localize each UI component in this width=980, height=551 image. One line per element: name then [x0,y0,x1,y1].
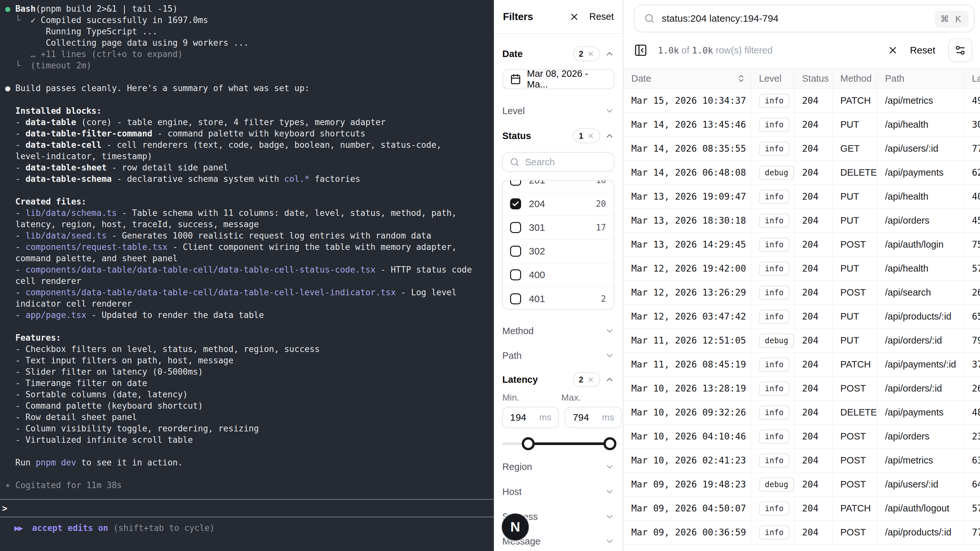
table-row[interactable]: Mar 11, 2026 08:45:19info204PATCH/api/pa… [624,353,980,377]
checkbox-unchecked[interactable] [510,246,521,257]
cell-level: info [751,281,794,304]
cell-latency: 64 [964,473,980,496]
cell-latency: 48 [964,401,980,424]
cell-path: /api/health [877,257,964,280]
chevron-up-icon[interactable] [605,375,614,384]
filter-section-host[interactable]: Host [502,484,614,499]
slider-min-handle[interactable] [522,437,535,450]
column-header-date[interactable]: Date [624,68,751,89]
nextjs-devtools-button[interactable]: N [502,513,529,541]
filter-section-level[interactable]: Level [502,104,614,118]
table-row[interactable]: Mar 14, 2026 08:35:55info204GET/api/user… [624,137,980,161]
table-row[interactable]: Mar 15, 2026 10:34:37info204PATCH/api/me… [624,89,980,113]
filter-section-path[interactable]: Path [502,349,614,363]
chevron-down-icon [605,537,614,546]
slider-max-handle[interactable] [603,437,616,450]
cell-date: Mar 13, 2026 14:29:45 [624,233,751,256]
table-row[interactable]: Mar 10, 2026 13:28:19info204POST/api/ord… [624,377,980,401]
filter-section-latency[interactable]: Latency 2 [502,373,614,387]
latency-min-label: Min. [502,392,555,403]
option-label: 201 [529,180,588,186]
table-row[interactable]: Mar 14, 2026 13:45:46info204PUT/api/heal… [624,113,980,137]
filter-section-date[interactable]: Date 2 [502,47,614,61]
level-badge: info [759,357,789,372]
filter-section-region[interactable]: Region [502,460,614,474]
cell-status: 204 [794,329,832,352]
close-icon[interactable] [569,12,579,22]
chevron-up-icon[interactable] [605,49,614,59]
clear-filter-icon[interactable] [587,132,594,139]
cell-level: debug [751,473,794,496]
terminal-line: - Column visibility toggle, reordering, … [5,423,494,434]
cell-status: 204 [794,497,832,520]
table-row[interactable]: Mar 14, 2026 06:48:08debug204DELETE/api/… [624,161,980,185]
table-row[interactable]: Mar 13, 2026 14:29:45info204POST/api/aut… [624,233,980,257]
table-row[interactable]: Mar 09, 2026 19:48:23debug204POST/api/us… [624,473,980,497]
table-row[interactable]: Mar 12, 2026 19:42:00info204PUT/api/heal… [624,257,980,281]
table-row[interactable]: Mar 12, 2026 13:26:29info204POST/api/sea… [624,281,980,305]
filters-reset-button[interactable]: Reset [589,11,614,22]
cell-method: PATCH [832,353,877,376]
table-search-input[interactable] [662,13,935,24]
cell-status: 204 [794,305,832,328]
cell-level: info [751,449,794,472]
status-option-301[interactable]: 30117 [503,216,614,239]
checkbox-unchecked[interactable] [510,180,521,186]
clear-filters-icon[interactable] [887,45,898,56]
table-row[interactable]: Mar 13, 2026 18:30:18info204PUT/api/orde… [624,209,980,233]
table-row[interactable]: Mar 11, 2026 12:51:05debug204PUT/api/ord… [624,329,980,353]
filter-section-status[interactable]: Status 1 [502,129,614,143]
status-option-201[interactable]: 20116 [503,180,614,192]
column-header-status[interactable]: Status [794,68,832,89]
table-row[interactable]: Mar 10, 2026 04:10:46info204POST/api/ord… [624,425,980,449]
cell-level: info [751,305,794,328]
cell-path: /api/orders/:id [877,377,964,400]
level-badge: info [759,502,789,516]
column-header-method[interactable]: Method [832,68,877,89]
table-row[interactable]: Mar 09, 2026 04:50:07info204PATCH/api/au… [624,497,980,521]
status-option-302[interactable]: 302 [503,239,614,263]
cell-status: 204 [794,521,832,544]
checkbox-unchecked[interactable] [510,269,521,280]
checkbox-checked[interactable] [510,198,521,209]
table-row[interactable]: Mar 10, 2026 02:41:23info204POST/api/met… [624,449,980,473]
latency-max-input[interactable] [573,412,602,423]
cell-path: /api/users/:id [877,473,964,496]
view-settings-button[interactable] [948,38,972,62]
chevron-down-icon [605,512,614,521]
status-option-204[interactable]: 20420 [503,192,614,216]
latency-min-input[interactable] [510,412,539,423]
table-row[interactable]: Mar 09, 2026 00:36:59info204POST/api/pro… [624,521,980,545]
table-header-row: Date Level Status Method Path Latency [624,68,980,89]
clear-filter-icon[interactable] [587,376,594,383]
sort-chevrons-icon[interactable] [737,74,746,83]
filter-section-method[interactable]: Method [502,324,614,338]
column-header-latency[interactable]: Latency [964,68,980,89]
table-row[interactable]: Mar 13, 2026 19:09:47info204PUT/api/heal… [624,185,980,209]
latency-filter-badge: 2 [573,372,600,387]
terminal-prompt[interactable]: > [0,500,494,517]
table-reset-button[interactable]: Reset [910,45,935,56]
checkbox-unchecked[interactable] [510,293,521,304]
cell-level: info [751,521,794,544]
clear-filter-icon[interactable] [587,50,594,57]
panel-left-close-icon[interactable] [634,43,648,57]
column-header-level[interactable]: Level [751,68,794,89]
status-search-input[interactable] [525,157,607,167]
column-header-path[interactable]: Path [877,68,964,89]
table-row[interactable]: Mar 12, 2026 03:47:42info204PUT/api/prod… [624,305,980,329]
table-toolbar: 1.0k of 1.0k row(s) filtered Reset [624,32,980,68]
checkbox-unchecked[interactable] [510,222,521,233]
status-option-401[interactable]: 4012 [503,287,614,309]
cell-path: /api/users/:id [877,137,964,161]
calendar-icon [510,73,521,84]
terminal-line: level-indicator, timestamp) [5,151,494,162]
terminal-line [5,185,494,196]
table-row[interactable]: Mar 10, 2026 09:32:26info204DELETE/api/p… [624,401,980,425]
status-option-400[interactable]: 400 [503,263,614,287]
chevron-up-icon[interactable] [605,131,614,141]
cell-status: 204 [794,377,832,400]
date-range-button[interactable]: Mar 08, 2026 - Ma... [502,69,614,89]
date-section-label: Date [502,49,573,59]
terminal-line: cell renderer [5,276,494,287]
